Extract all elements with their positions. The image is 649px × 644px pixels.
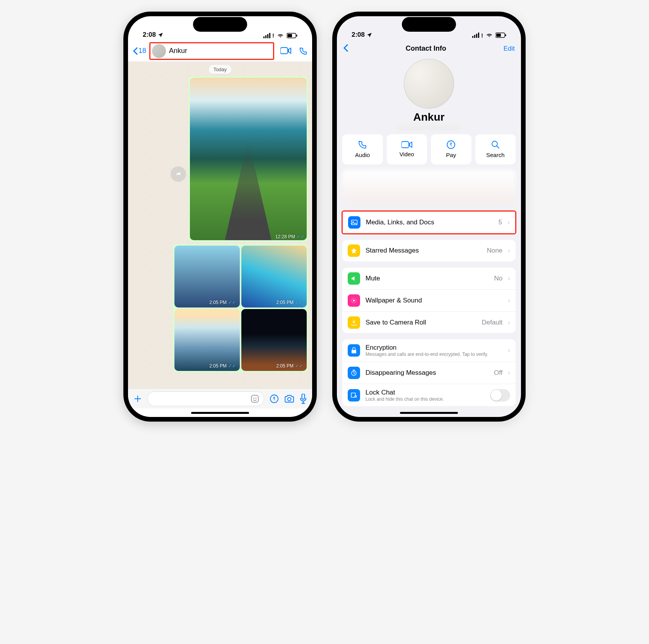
action-row: Audio Video ₹ Pay Search bbox=[337, 134, 521, 170]
dynamic-island bbox=[402, 17, 456, 32]
card-starred: Starred Messages None › bbox=[342, 240, 516, 261]
row-label: Encryption bbox=[365, 344, 502, 352]
read-ticks-icon: ✓✓ bbox=[228, 363, 236, 369]
row-label: Save to Camera Roll bbox=[365, 319, 476, 326]
row-sublabel: Lock and hide this chat on this device. bbox=[365, 396, 485, 402]
action-search[interactable]: Search bbox=[475, 134, 516, 164]
row-value: None bbox=[487, 247, 503, 255]
screen-contact-info: 2:08 ! Contact Info Edit bbox=[337, 16, 521, 417]
svg-rect-14 bbox=[401, 142, 409, 148]
star-icon bbox=[348, 244, 360, 257]
input-bar: ₹ bbox=[128, 388, 312, 408]
back-button[interactable] bbox=[343, 44, 348, 53]
status-time: 2:08 bbox=[352, 31, 365, 39]
row-label: Disappearing Messages bbox=[365, 369, 488, 377]
svg-point-20 bbox=[353, 300, 355, 302]
row-mute[interactable]: Mute No › bbox=[342, 268, 516, 289]
card-privacy: Encryption Messages and calls are end-to… bbox=[342, 339, 516, 406]
lock-chat-toggle[interactable] bbox=[490, 389, 510, 401]
chevron-right-icon: › bbox=[508, 319, 510, 326]
row-label: Wallpaper & Sound bbox=[365, 297, 502, 304]
photo-icon bbox=[348, 216, 360, 229]
action-audio[interactable]: Audio bbox=[342, 134, 383, 164]
mic-icon[interactable] bbox=[300, 394, 307, 404]
row-wallpaper-sound[interactable]: Wallpaper & Sound › bbox=[342, 289, 516, 311]
msg-time: 2:05 PM bbox=[209, 300, 227, 305]
signal-icon bbox=[472, 32, 479, 38]
contact-info-header: Contact Info Edit bbox=[337, 40, 521, 56]
action-label: Audio bbox=[355, 152, 370, 158]
svg-text:₹: ₹ bbox=[449, 142, 453, 147]
card-settings: Mute No › Wallpaper & Sound › Save to Ca… bbox=[342, 268, 516, 333]
svg-point-9 bbox=[288, 397, 291, 401]
row-value: Default bbox=[482, 319, 502, 326]
avatar-large[interactable] bbox=[404, 59, 454, 109]
action-label: Pay bbox=[446, 152, 456, 158]
row-disappearing-messages[interactable]: Disappearing Messages Off › bbox=[342, 362, 516, 384]
redacted-status-card bbox=[342, 170, 516, 205]
chevron-right-icon: › bbox=[507, 219, 510, 226]
status-time: 2:08 bbox=[143, 31, 156, 39]
row-encryption[interactable]: Encryption Messages and calls are end-to… bbox=[342, 339, 516, 362]
contact-name-large: Ankur bbox=[337, 111, 521, 123]
row-media-links-docs[interactable]: Media, Links, and Docs 5 › bbox=[343, 212, 515, 233]
signal-icon bbox=[263, 33, 270, 38]
message-input[interactable] bbox=[147, 391, 264, 406]
svg-rect-3 bbox=[280, 48, 288, 54]
row-value: No bbox=[494, 275, 503, 282]
action-pay[interactable]: ₹ Pay bbox=[431, 134, 471, 164]
chat-body[interactable]: Today 12:28 PM ✓✓ 2:05 PM✓✓ 2:05 PM✓✓ 2:… bbox=[128, 62, 312, 388]
location-icon bbox=[158, 32, 163, 38]
msg-time: 2:05 PM bbox=[276, 363, 294, 369]
row-label: Mute bbox=[365, 275, 489, 282]
chevron-right-icon: › bbox=[508, 297, 510, 304]
row-starred-messages[interactable]: Starred Messages None › bbox=[342, 240, 516, 261]
home-indicator[interactable] bbox=[128, 408, 312, 417]
svg-rect-1 bbox=[287, 34, 292, 37]
read-ticks-icon: ✓✓ bbox=[295, 300, 303, 305]
pay-icon[interactable]: ₹ bbox=[270, 394, 279, 403]
chevron-right-icon: › bbox=[508, 275, 510, 282]
contact-name[interactable]: Ankur bbox=[169, 47, 187, 55]
message-image-grid[interactable]: 2:05 PM✓✓ 2:05 PM✓✓ 2:05 PM✓✓ 2:05 PM✓✓ bbox=[173, 244, 308, 372]
home-indicator[interactable] bbox=[337, 408, 521, 417]
row-lock-chat[interactable]: Lock Chat Lock and hide this chat on thi… bbox=[342, 384, 516, 406]
wifi-icon bbox=[486, 32, 493, 38]
svg-rect-22 bbox=[352, 350, 356, 354]
action-label: Search bbox=[486, 152, 505, 158]
back-button[interactable]: 18 bbox=[133, 47, 146, 55]
highlight-contact-header: Ankur bbox=[149, 42, 274, 60]
avatar-small[interactable] bbox=[152, 44, 166, 58]
sticker-icon[interactable] bbox=[251, 395, 259, 403]
svg-point-5 bbox=[253, 397, 254, 398]
forward-icon[interactable] bbox=[171, 166, 186, 182]
voice-call-icon[interactable] bbox=[299, 47, 307, 55]
row-label: Starred Messages bbox=[365, 247, 482, 255]
edit-button[interactable]: Edit bbox=[504, 45, 515, 53]
signal-alert-icon: ! bbox=[481, 32, 483, 39]
phone-right: 2:08 ! Contact Info Edit bbox=[332, 12, 526, 422]
row-save-camera-roll[interactable]: Save to Camera Roll Default › bbox=[342, 311, 516, 333]
camera-icon[interactable] bbox=[284, 395, 294, 403]
redacted-number bbox=[398, 125, 460, 130]
msg-time: 2:05 PM bbox=[209, 363, 227, 369]
wifi-icon bbox=[277, 33, 284, 38]
signal-alert-icon: ! bbox=[272, 32, 274, 39]
action-video[interactable]: Video bbox=[387, 134, 427, 164]
date-pill: Today bbox=[209, 65, 232, 74]
back-count: 18 bbox=[138, 47, 146, 55]
video-call-icon[interactable] bbox=[280, 47, 291, 55]
row-label: Lock Chat bbox=[365, 389, 485, 396]
svg-rect-2 bbox=[296, 34, 297, 36]
row-value: 5 bbox=[499, 219, 502, 226]
row-sublabel: Messages and calls are end-to-end encryp… bbox=[365, 352, 502, 357]
svg-rect-25 bbox=[355, 396, 356, 397]
battery-icon bbox=[287, 33, 297, 38]
read-ticks-icon: ✓✓ bbox=[295, 363, 303, 369]
read-ticks-icon: ✓✓ bbox=[297, 234, 304, 239]
action-label: Video bbox=[400, 151, 414, 157]
page-title: Contact Info bbox=[406, 44, 446, 53]
message-image-single[interactable]: 12:28 PM ✓✓ bbox=[188, 76, 308, 242]
attach-icon[interactable] bbox=[133, 395, 142, 403]
phone-left: 2:08 ! 18 bbox=[123, 12, 317, 422]
